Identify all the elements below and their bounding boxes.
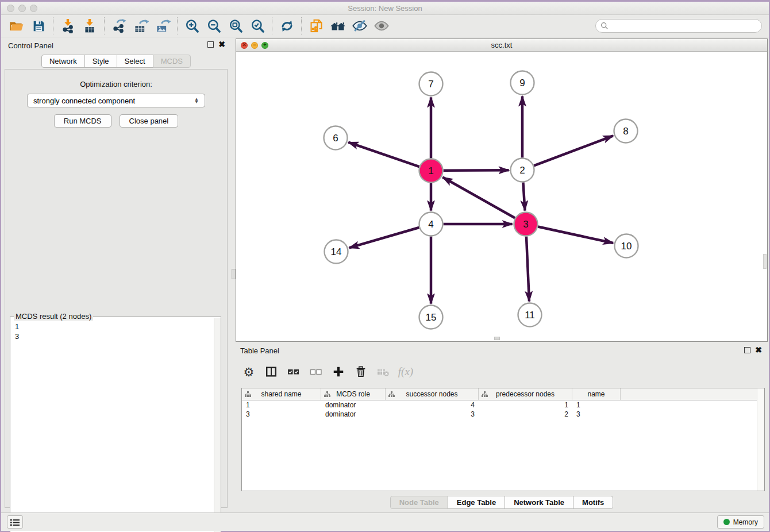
export-network-button[interactable]: [108, 17, 130, 35]
tab-network-table[interactable]: Network Table: [505, 496, 573, 509]
tree-icon: [245, 391, 251, 398]
new-network-from-selection-button[interactable]: [305, 17, 327, 35]
close-panel-button[interactable]: Close panel: [120, 114, 179, 128]
graph-edge-3-11[interactable]: [526, 236, 529, 301]
network-graph[interactable]: 1234678910111415: [236, 52, 767, 341]
graph-edge-1-2[interactable]: [443, 170, 509, 171]
cell-shared-name[interactable]: 3: [242, 410, 321, 418]
function-builder-button[interactable]: f(x): [397, 363, 414, 380]
hide-selected-button[interactable]: [349, 17, 371, 35]
cell-mcds-role[interactable]: dominator: [321, 410, 386, 418]
float-panel-icon[interactable]: [207, 41, 214, 48]
delete-column-button[interactable]: [352, 363, 369, 380]
show-columns-button[interactable]: [263, 363, 280, 380]
export-table-button[interactable]: [130, 17, 152, 35]
tab-style[interactable]: Style: [84, 55, 117, 68]
export-image-button[interactable]: [152, 17, 174, 35]
toolbar-separator: [104, 17, 105, 34]
gear-icon: ⚙: [244, 366, 255, 378]
graph-edge-3-1[interactable]: [442, 178, 515, 218]
graph-node-label-9: 9: [519, 78, 525, 88]
column-header-predecessor-nodes[interactable]: predecessor nodes: [479, 388, 572, 400]
delete-table-icon: [376, 365, 390, 379]
cell-name[interactable]: 1: [572, 401, 621, 409]
graph-node-label-6: 6: [333, 133, 338, 144]
clone-network-icon: [309, 18, 324, 34]
tab-edge-table[interactable]: Edge Table: [448, 496, 505, 509]
plus-icon: [332, 365, 345, 378]
network-canvas[interactable]: 1234678910111415: [236, 52, 767, 341]
graph-edge-3-10[interactable]: [538, 227, 613, 243]
cell-successor-nodes[interactable]: 3: [386, 410, 479, 418]
save-session-button[interactable]: [28, 17, 49, 35]
zoom-selected-button[interactable]: [247, 17, 268, 35]
houses-icon: [330, 18, 346, 34]
cell-predecessor-nodes[interactable]: 1: [479, 401, 572, 409]
create-column-button[interactable]: [330, 363, 347, 380]
table-settings-button[interactable]: ⚙: [240, 363, 257, 380]
graph-edge-1-6[interactable]: [348, 142, 419, 167]
graph-node-label-3: 3: [523, 219, 528, 230]
column-header-mcds-role[interactable]: MCDS role: [321, 388, 386, 400]
network-window: ✕ − + scc.txt 1234678910111415: [236, 38, 768, 342]
graph-edge-2-8[interactable]: [534, 136, 613, 165]
show-task-history-button[interactable]: [7, 515, 23, 529]
deselect-all-rows-button[interactable]: [307, 363, 325, 380]
import-table-button[interactable]: [79, 17, 101, 35]
delete-table-button[interactable]: [375, 363, 392, 380]
table-scrollbar[interactable]: [757, 388, 764, 491]
tab-node-table[interactable]: Node Table: [390, 496, 448, 509]
column-header-successor-nodes[interactable]: successor nodes: [386, 388, 479, 400]
result-scrollbar[interactable]: [214, 318, 221, 532]
graph-edge-2-3[interactable]: [523, 182, 525, 210]
cell-predecessor-nodes[interactable]: 2: [479, 410, 572, 418]
table-row[interactable]: 3 dominator 3 2 3: [242, 410, 764, 419]
first-neighbors-button[interactable]: [327, 17, 349, 35]
zoom-fit-button[interactable]: [225, 17, 247, 35]
toolbar-separator: [272, 17, 272, 34]
tab-select[interactable]: Select: [117, 55, 153, 68]
graph-node-label-8: 8: [623, 126, 628, 137]
show-all-button[interactable]: [371, 17, 392, 35]
fx-icon: f(x): [398, 365, 413, 378]
run-mcds-button[interactable]: Run MCDS: [54, 114, 111, 128]
tree-icon: [324, 391, 330, 398]
network-window-titlebar: ✕ − + scc.txt: [236, 39, 767, 52]
canvas-hscroll-thumb[interactable]: [494, 337, 500, 340]
table-toolbar: ⚙ f(x): [240, 360, 414, 383]
cell-mcds-role[interactable]: dominator: [321, 401, 386, 409]
graph-edge-4-14[interactable]: [349, 228, 419, 248]
select-all-rows-button[interactable]: [285, 363, 302, 380]
tab-mcds[interactable]: MCDS: [153, 55, 191, 68]
criterion-select[interactable]: strongly connected component ▲▼: [27, 94, 205, 107]
canvas-vscroll-thumb[interactable]: [763, 254, 767, 269]
import-network-icon: [60, 18, 75, 33]
apply-layout-button[interactable]: [276, 17, 298, 35]
cell-successor-nodes[interactable]: 4: [386, 401, 479, 409]
graph-node-label-11: 11: [525, 310, 535, 321]
tab-network[interactable]: Network: [41, 55, 85, 68]
cell-name[interactable]: 3: [572, 410, 621, 418]
tab-motifs[interactable]: Motifs: [573, 496, 613, 509]
cell-shared-name[interactable]: 1: [242, 401, 321, 409]
graph-node-label-1: 1: [428, 165, 433, 176]
splitter-handle-icon[interactable]: [232, 269, 236, 279]
zoom-out-button[interactable]: [203, 17, 225, 35]
toolbar-separator: [53, 17, 53, 34]
table-row[interactable]: 1 dominator 4 1 1: [242, 400, 764, 410]
table-panel-title: Table Panel: [240, 346, 279, 355]
memory-button[interactable]: Memory: [717, 515, 764, 529]
close-panel-icon[interactable]: ✖: [218, 41, 225, 48]
column-header-name[interactable]: name: [572, 388, 621, 400]
export-network-icon: [111, 18, 126, 33]
import-network-button[interactable]: [57, 17, 79, 35]
open-session-button[interactable]: [6, 17, 28, 35]
zoom-selected-icon: [250, 18, 265, 34]
zoom-in-button[interactable]: [181, 17, 203, 35]
close-table-panel-icon[interactable]: ✖: [755, 347, 762, 353]
main-area: Control Panel ✖ Network Style Select MCD…: [1, 37, 769, 512]
float-table-panel-icon[interactable]: [744, 347, 750, 353]
column-header-shared-name[interactable]: shared name: [242, 388, 321, 400]
save-floppy-icon: [32, 19, 46, 33]
search-input[interactable]: [611, 22, 757, 30]
